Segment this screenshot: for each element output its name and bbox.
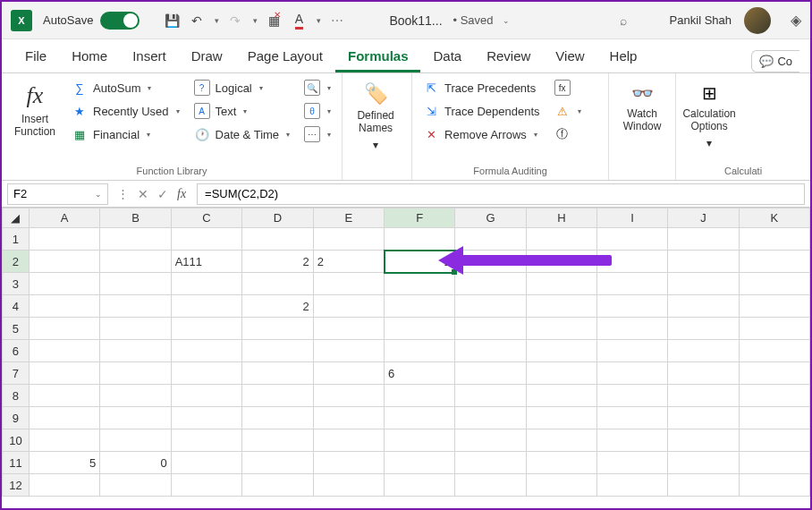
font-color-icon[interactable]: A [290,12,308,30]
tab-insert[interactable]: Insert [120,41,179,72]
comments-button[interactable]: 💬 Co [751,50,799,72]
col-header[interactable]: C [171,208,242,228]
col-header[interactable]: J [668,208,739,228]
tab-home[interactable]: Home [59,41,120,72]
search-icon[interactable]: ⌕ [620,13,627,28]
row-header[interactable]: 9 [3,407,30,429]
more-icon[interactable]: ⋯ [328,12,346,30]
more-fn-icon: ⋯ [304,126,320,142]
calculation-options-button[interactable]: ⊞ Calculation Options▾ [681,77,737,155]
tab-data[interactable]: Data [420,41,474,72]
redo-icon[interactable]: ↷ [226,12,244,30]
financial-button[interactable]: ▦Financial▾ [66,123,185,145]
insert-function-button[interactable]: fx Insert Function [7,77,63,144]
calc-icon: ⊞ [702,82,717,104]
save-status: • Saved [453,13,494,27]
spreadsheet-grid[interactable]: ◢ A B C D E F G H I J K 1 2A111222 3 42 … [2,208,810,497]
error-check-button[interactable]: ⚠▾ [549,100,587,122]
evaluate-button[interactable]: ⓕ [549,123,587,145]
cell[interactable]: 6 [385,362,455,385]
clear-format-icon[interactable]: ▦✕ [265,12,283,30]
autosave-toggle[interactable] [100,12,140,30]
save-icon[interactable]: 💾 [163,12,181,30]
evaluate-icon: ⓕ [554,126,571,142]
cell[interactable]: 0 [100,452,171,474]
document-title[interactable]: Book11... [389,13,442,28]
name-box[interactable]: F2 ⌄ [7,183,108,205]
defined-names-button[interactable]: 🏷️ Defined Names▾ [348,77,403,157]
text-icon: A [194,103,210,119]
col-header[interactable]: B [100,208,171,228]
trace-precedents-button[interactable]: ⇱Trace Precedents [418,77,545,98]
row-header[interactable]: 11 [3,452,30,474]
star-icon: ★ [72,103,88,119]
col-header[interactable]: K [739,208,809,228]
col-header[interactable]: A [29,208,99,228]
recently-used-button[interactable]: ★Recently Used▾ [66,100,185,122]
datetime-button[interactable]: 🕐Date & Time▾ [189,123,296,145]
cell[interactable]: 2 [313,251,384,273]
watch-icon: 👓 [631,82,654,104]
row-header[interactable]: 12 [3,474,30,497]
lookup-icon: 🔍 [304,80,320,96]
cancel-icon[interactable]: ✕ [138,187,148,201]
row-header[interactable]: 4 [3,295,30,318]
annotation-arrow [460,255,612,266]
tab-review[interactable]: Review [474,41,543,72]
tab-formulas[interactable]: Formulas [335,41,421,72]
remove-arrows-button[interactable]: ✕Remove Arrows▾ [418,123,545,145]
tab-file[interactable]: File [13,41,59,72]
tab-draw[interactable]: Draw [179,41,235,72]
col-header[interactable]: F [385,208,455,228]
fx-icon[interactable]: fx [177,187,186,201]
more-functions-button[interactable]: ⋯▾ [299,123,336,145]
diamond-icon[interactable]: ◈ [791,12,801,29]
dependents-icon: ⇲ [423,103,439,119]
chevron-down-icon[interactable]: ⌄ [95,190,102,199]
col-header[interactable]: H [526,208,596,228]
logical-button[interactable]: ?Logical▾ [189,77,296,98]
warning-icon: ⚠ [554,103,571,119]
row-header[interactable]: 5 [3,318,30,340]
row-header[interactable]: 10 [3,429,30,452]
clock-icon: 🕐 [194,126,210,142]
select-all-corner[interactable]: ◢ [3,208,30,228]
lookup-button[interactable]: 🔍▾ [299,77,336,98]
row-header[interactable]: 2 [3,251,30,273]
trace-dependents-button[interactable]: ⇲Trace Dependents [418,100,545,122]
watch-window-button[interactable]: 👓 Watch Window [614,77,670,139]
tab-view[interactable]: View [543,41,596,72]
user-name[interactable]: Pankil Shah [670,13,732,27]
col-header[interactable]: D [242,208,313,228]
undo-icon[interactable]: ↶ [188,12,206,30]
sigma-icon: ∑ [72,80,88,96]
row-header[interactable]: 7 [3,362,30,385]
theta-icon: θ [304,103,320,119]
cell[interactable]: 2 [242,295,313,318]
title-chevron-icon[interactable]: ⌄ [503,16,510,25]
autosum-button[interactable]: ∑AutoSum▾ [66,77,185,98]
cell[interactable]: 2 [242,251,313,273]
avatar[interactable] [744,7,771,34]
formula-input[interactable]: =SUM(C2,D2) [197,183,805,205]
excel-logo: X [11,10,32,31]
tab-pagelayout[interactable]: Page Layout [235,41,335,72]
cell[interactable]: 5 [29,452,99,474]
fx-icon: fx [27,82,44,109]
row-header[interactable]: 8 [3,385,30,407]
col-header[interactable]: G [455,208,526,228]
col-header[interactable]: I [597,208,668,228]
text-button[interactable]: AText▾ [189,100,296,122]
math-button[interactable]: θ▾ [299,100,336,122]
row-header[interactable]: 1 [3,228,30,251]
remove-arrows-icon: ✕ [423,126,439,142]
tab-help[interactable]: Help [597,41,650,72]
cell[interactable]: A111 [171,251,242,273]
row-header[interactable]: 3 [3,273,30,295]
enter-icon[interactable]: ✓ [157,187,168,201]
tag-icon: 🏷️ [364,82,388,106]
show-formulas-button[interactable]: fx [549,77,587,98]
logical-icon: ? [194,80,210,96]
row-header[interactable]: 6 [3,340,30,362]
col-header[interactable]: E [313,208,384,228]
